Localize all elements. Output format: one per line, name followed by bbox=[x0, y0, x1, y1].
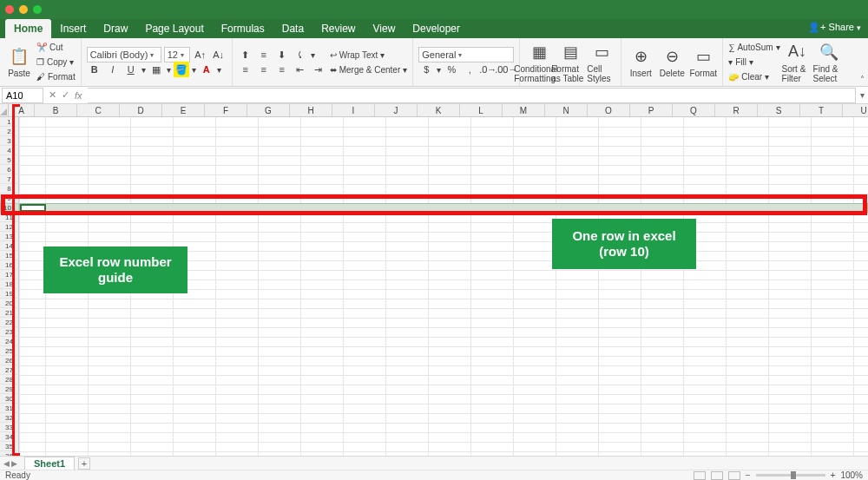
add-sheet-button[interactable]: + bbox=[78, 457, 90, 470]
column-header-O[interactable]: O bbox=[588, 104, 630, 116]
increase-font-icon[interactable]: A↑ bbox=[193, 47, 208, 62]
column-header-L[interactable]: L bbox=[460, 104, 503, 116]
fill-color-button[interactable]: 🪣 bbox=[174, 62, 189, 77]
copy-button[interactable]: ❐Copy▾ bbox=[36, 56, 76, 69]
tab-formulas[interactable]: Formulas bbox=[213, 19, 273, 38]
enter-formula-icon[interactable]: ✓ bbox=[62, 89, 69, 101]
expand-formula-bar-icon[interactable]: ▾ bbox=[856, 90, 868, 100]
paste-button[interactable]: 📋 Paste bbox=[5, 41, 33, 84]
column-header-Q[interactable]: Q bbox=[673, 104, 715, 116]
sort-filter-button[interactable]: A↓Sort & Filter bbox=[784, 41, 812, 84]
decrease-decimal-icon[interactable]: .00→ bbox=[498, 62, 514, 77]
borders-button[interactable]: ▦ bbox=[148, 62, 164, 77]
column-header-C[interactable]: C bbox=[77, 104, 120, 116]
tab-data[interactable]: Data bbox=[273, 19, 312, 38]
column-header-T[interactable]: T bbox=[800, 104, 843, 116]
insert-cells-button[interactable]: ⊕Insert bbox=[627, 41, 654, 84]
fx-icon[interactable]: fx bbox=[75, 90, 82, 101]
sheet-nav-first-icon[interactable]: ◀ bbox=[3, 459, 10, 468]
chevron-down-icon[interactable]: ▾ bbox=[167, 65, 171, 75]
increase-decimal-icon[interactable]: .0→ bbox=[480, 62, 496, 77]
format-cells-button[interactable]: ▭Format bbox=[689, 41, 717, 84]
column-header-E[interactable]: E bbox=[162, 104, 205, 116]
tab-insert[interactable]: Insert bbox=[51, 19, 95, 38]
chevron-down-icon[interactable]: ▾ bbox=[311, 50, 315, 60]
chevron-down-icon[interactable]: ▾ bbox=[217, 65, 221, 75]
align-center-icon[interactable]: ≡ bbox=[256, 62, 272, 77]
column-header-S[interactable]: S bbox=[758, 104, 800, 116]
column-header-P[interactable]: P bbox=[630, 104, 673, 116]
normal-view-icon[interactable] bbox=[694, 471, 706, 480]
close-window-icon[interactable] bbox=[5, 5, 14, 14]
cell-styles-button[interactable]: ▭Cell Styles bbox=[588, 41, 615, 84]
column-header-N[interactable]: N bbox=[545, 104, 588, 116]
zoom-in-icon[interactable]: + bbox=[831, 470, 836, 480]
decrease-indent-icon[interactable]: ⇤ bbox=[293, 62, 308, 77]
zoom-out-icon[interactable]: − bbox=[746, 470, 751, 480]
active-cell[interactable] bbox=[20, 204, 46, 212]
minimize-window-icon[interactable] bbox=[19, 5, 28, 14]
chevron-down-icon[interactable]: ▾ bbox=[192, 65, 196, 75]
percent-icon[interactable]: % bbox=[444, 62, 459, 77]
format-painter-button[interactable]: 🖌Format bbox=[36, 70, 76, 84]
zoom-slider[interactable] bbox=[756, 474, 825, 477]
currency-icon[interactable]: $ bbox=[418, 62, 434, 77]
orientation-icon[interactable]: ⤹ bbox=[293, 47, 308, 62]
chevron-down-icon[interactable]: ▾ bbox=[437, 65, 441, 75]
cut-button[interactable]: ✂️Cut bbox=[36, 41, 76, 55]
find-select-button[interactable]: 🔍Find & Select bbox=[815, 41, 843, 84]
tab-page-layout[interactable]: Page Layout bbox=[136, 19, 212, 38]
column-header-J[interactable]: J bbox=[375, 104, 418, 116]
align-top-icon[interactable]: ⬆ bbox=[238, 47, 253, 62]
comma-icon[interactable]: , bbox=[462, 62, 477, 77]
column-header-B[interactable]: B bbox=[35, 104, 77, 116]
tab-view[interactable]: View bbox=[365, 19, 404, 38]
font-size-select[interactable]: 12▾ bbox=[164, 47, 190, 62]
align-middle-icon[interactable]: ≡ bbox=[256, 47, 272, 62]
selected-row[interactable] bbox=[19, 203, 868, 213]
tab-home[interactable]: Home bbox=[5, 19, 51, 38]
column-header-R[interactable]: R bbox=[715, 104, 758, 116]
zoom-thumb[interactable] bbox=[791, 471, 796, 479]
column-header-M[interactable]: M bbox=[503, 104, 545, 116]
select-all-button[interactable] bbox=[0, 104, 9, 116]
chevron-down-icon[interactable]: ▾ bbox=[141, 65, 146, 75]
decrease-font-icon[interactable]: A↓ bbox=[211, 47, 227, 62]
column-header-I[interactable]: I bbox=[332, 104, 375, 116]
sheet-tab-active[interactable]: Sheet1 bbox=[24, 457, 75, 470]
column-header-D[interactable]: D bbox=[120, 104, 162, 116]
page-layout-view-icon[interactable] bbox=[711, 471, 723, 480]
column-header-G[interactable]: G bbox=[247, 104, 290, 116]
merge-center-button[interactable]: ⬌Merge & Center▾ bbox=[330, 62, 408, 76]
delete-cells-button[interactable]: ⊖Delete bbox=[658, 41, 686, 84]
cancel-formula-icon[interactable]: ✕ bbox=[49, 89, 56, 101]
number-format-select[interactable]: General▾ bbox=[418, 47, 514, 62]
clear-button[interactable]: 🧽Clear▾ bbox=[728, 70, 779, 84]
column-header-U[interactable]: U bbox=[843, 104, 868, 116]
italic-button[interactable]: I bbox=[105, 62, 121, 77]
align-right-icon[interactable]: ≡ bbox=[274, 62, 290, 77]
tab-developer[interactable]: Developer bbox=[404, 19, 469, 38]
wrap-text-button[interactable]: ↩Wrap Text▾ bbox=[330, 48, 408, 62]
font-name-select[interactable]: Calibri (Body)▾ bbox=[87, 47, 161, 62]
column-header-K[interactable]: K bbox=[418, 104, 460, 116]
font-color-button[interactable]: A bbox=[199, 62, 214, 77]
underline-button[interactable]: U bbox=[123, 62, 139, 77]
align-left-icon[interactable]: ≡ bbox=[238, 62, 253, 77]
tab-draw[interactable]: Draw bbox=[95, 19, 136, 38]
column-header-H[interactable]: H bbox=[290, 104, 332, 116]
fill-button[interactable]: ▾Fill▾ bbox=[728, 56, 779, 69]
collapse-ribbon-icon[interactable]: ˄ bbox=[860, 75, 865, 84]
bold-button[interactable]: B bbox=[87, 62, 102, 77]
page-break-view-icon[interactable] bbox=[728, 471, 740, 480]
sheet-nav-last-icon[interactable]: ▶ bbox=[11, 459, 17, 468]
align-bottom-icon[interactable]: ⬇ bbox=[274, 47, 290, 62]
conditional-formatting-button[interactable]: ▦Conditional Formatting bbox=[525, 41, 553, 84]
autosum-button[interactable]: ∑AutoSum▾ bbox=[728, 41, 779, 55]
increase-indent-icon[interactable]: ⇥ bbox=[311, 62, 326, 77]
column-header-F[interactable]: F bbox=[205, 104, 247, 116]
name-box[interactable]: A10 bbox=[2, 88, 43, 103]
share-button[interactable]: 👤+ Share ▾ bbox=[808, 22, 861, 33]
formula-input[interactable] bbox=[88, 88, 856, 103]
format-as-table-button[interactable]: ▤Format as Table bbox=[556, 41, 584, 84]
